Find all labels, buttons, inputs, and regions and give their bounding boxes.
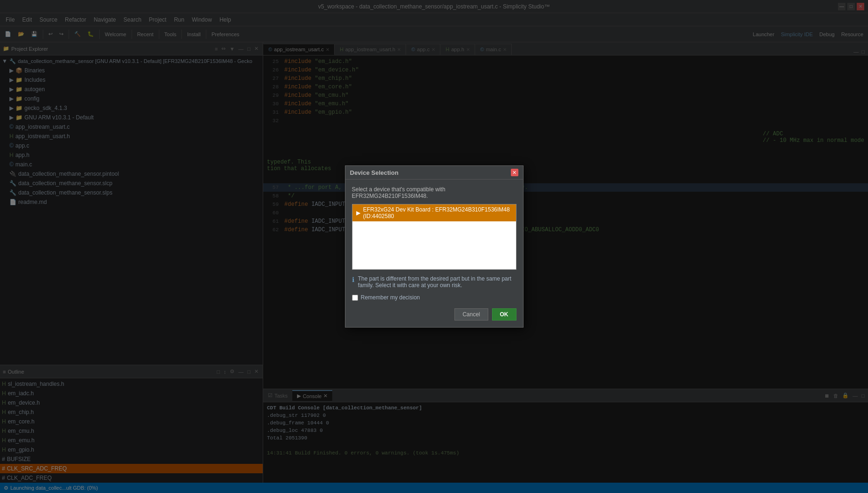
device-list[interactable]: ▶ EFR32xG24 Dev Kit Board : EFR32MG24B31… (352, 204, 516, 270)
remember-checkbox[interactable] (352, 295, 358, 301)
dialog-title-bar: Device Selection ✕ (345, 166, 523, 180)
remember-label[interactable]: Remember my decision (361, 294, 420, 301)
warning-icon: ℹ (352, 276, 354, 283)
dialog-subtitle: Select a device that's compatible with E… (352, 186, 516, 199)
checkbox-row: Remember my decision (352, 294, 516, 301)
warning-box: ℹ The part is different from the desired… (352, 275, 516, 289)
device-icon: ▶ (356, 210, 360, 216)
dialog-buttons: Cancel OK (352, 308, 516, 321)
device-dialog: Device Selection ✕ Select a device that'… (345, 165, 524, 328)
dialog-title: Device Selection (350, 169, 399, 176)
dialog-close-button[interactable]: ✕ (511, 169, 518, 176)
ok-button[interactable]: OK (492, 308, 516, 321)
device-item-1[interactable]: ▶ EFR32xG24 Dev Kit Board : EFR32MG24B31… (352, 204, 516, 221)
warning-text: The part is different from the desired p… (358, 275, 516, 289)
cancel-button[interactable]: Cancel (454, 308, 488, 321)
device-label: EFR32xG24 Dev Kit Board : EFR32MG24B310F… (363, 206, 512, 219)
modal-overlay: Device Selection ✕ Select a device that'… (0, 0, 868, 493)
dialog-body: Select a device that's compatible with E… (345, 180, 523, 327)
